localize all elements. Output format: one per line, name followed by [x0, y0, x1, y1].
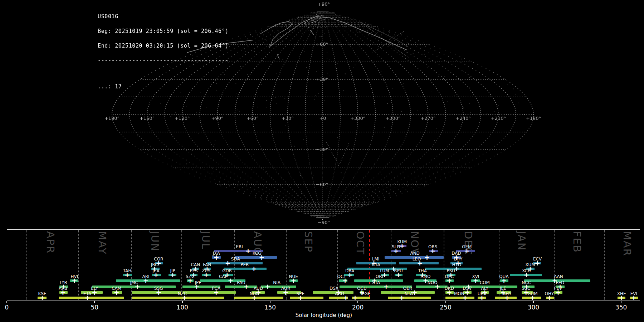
- shower-label-KCG: KCG: [244, 251, 270, 256]
- shower-label-ARD: ARD: [327, 292, 352, 296]
- shower-label-JPE: JPE: [185, 280, 211, 285]
- shower-label-QUA: QUA: [491, 274, 517, 279]
- shower-label-FAN: FAN: [194, 263, 220, 267]
- shower-label-AMO: AMO: [413, 274, 439, 279]
- shower-label-RPU: RPU: [386, 269, 411, 273]
- shower-label-AUD: AUD: [245, 286, 271, 291]
- shower-label-DPC: DPC: [436, 274, 462, 279]
- shower-bar-SPE: [290, 297, 323, 299]
- month-boundary-line: [604, 230, 605, 300]
- x-tick-label: 150: [262, 304, 278, 311]
- shower-label-AUR: AUR: [273, 286, 299, 291]
- shower-label-KSE: KSE: [29, 292, 55, 296]
- shower-label-EGE: EGE: [353, 292, 379, 296]
- shower-label-OER: OER: [395, 286, 421, 291]
- shower-label-SCC: SCC: [513, 286, 539, 291]
- shower-label-NTA: NTA: [396, 292, 421, 296]
- shower-label-OHY: OHY: [536, 292, 562, 296]
- shower-bar-NDA: [234, 297, 283, 299]
- shower-label-PAU: PAU: [228, 280, 254, 285]
- shower-label-NCC: NCC: [513, 280, 539, 285]
- x-tick-mark: [6, 301, 7, 303]
- month-label-may: MAY: [96, 231, 108, 255]
- month-label-mar: MAR: [621, 231, 633, 257]
- shower-label-CAP: CAP: [210, 274, 236, 279]
- shower-label-PCA: PCA: [203, 286, 229, 291]
- shower-label-ORI: ORI: [367, 274, 392, 279]
- shower-label-ETA: ETA: [74, 292, 100, 296]
- shower-label-LMI: LMI: [363, 257, 389, 262]
- shower-label-AND: AND: [402, 251, 428, 256]
- shower-bar-NTA: [388, 297, 431, 299]
- x-tick-label: 200: [350, 304, 366, 311]
- shower-label-EHY: EHY: [445, 257, 471, 262]
- meteor-observation-figure: US001G Beg: 20251019 23:05:59 (sol = 206…: [0, 0, 644, 322]
- separator-line: --------------------------------------: [98, 58, 229, 63]
- shower-label-CAM: CAM: [104, 286, 130, 291]
- month-label-jun: JUN: [149, 231, 161, 252]
- shower-label-XVI: XVI: [463, 274, 488, 279]
- shower-label-JRC: JRC: [142, 263, 167, 267]
- shower-label-DSX: DSX: [321, 286, 347, 291]
- meteor-count: ...: 17: [98, 84, 229, 89]
- month-label-feb: FEB: [571, 231, 583, 253]
- month-label-oct: OCT: [354, 231, 366, 255]
- x-tick-label: 50: [87, 304, 102, 311]
- shower-label-ARI: ARI: [133, 274, 159, 279]
- shower-label-SZC: SZC: [177, 274, 203, 279]
- x-tick-mark: [445, 301, 446, 303]
- shower-label-COM: COM: [472, 280, 498, 285]
- shower-label-EVI: EVI: [621, 292, 644, 296]
- x-tick-mark: [270, 301, 270, 303]
- x-tick-label: 300: [526, 304, 541, 311]
- month-boundary-line: [78, 230, 79, 300]
- month-label-sep: SEP: [302, 231, 314, 253]
- shower-label-TAH: TAH: [114, 269, 140, 273]
- x-tick-label: 350: [613, 304, 629, 311]
- shower-label-MON: MON: [446, 292, 472, 296]
- shower-label-KUM: KUM: [389, 240, 415, 244]
- shower-label-GEM: GEM: [454, 245, 480, 249]
- shower-label-AHY: AHY: [494, 292, 520, 296]
- x-tick-mark: [94, 301, 95, 303]
- shower-label-NUE: NUE: [280, 274, 306, 279]
- end-time: End: 20251020 03:20:15 (sol = 206.64°): [98, 44, 229, 49]
- shower-label-XUM: XUM: [517, 263, 543, 267]
- shower-label-FED: FED: [547, 280, 573, 285]
- observation-header: US001G Beg: 20251019 23:05:59 (sol = 206…: [98, 5, 229, 99]
- x-tick-label: 100: [175, 304, 190, 311]
- shower-label-AAN: AAN: [546, 274, 571, 279]
- shower-bar-MON: [445, 297, 474, 299]
- shower-label-HVI: HVI: [62, 274, 87, 279]
- shower-label-COR: COR: [146, 257, 171, 262]
- shower-label-STA: STA: [363, 280, 389, 285]
- shower-label-FEV: FEV: [545, 286, 571, 291]
- shower-label-ERI: ERI: [226, 245, 252, 249]
- station-id: US001G: [98, 14, 229, 19]
- shower-label-URS: URS: [469, 292, 495, 296]
- shower-label-CTA: CTA: [363, 263, 389, 267]
- shower-label-SDA: SDA: [223, 257, 248, 262]
- month-label-apr: APR: [44, 231, 57, 254]
- shower-label-AVB: AVB: [50, 286, 76, 291]
- shower-label-NIA: NIA: [264, 280, 290, 285]
- shower-label-OCT: OCT: [329, 274, 355, 279]
- shower-label-JMC: JMC: [121, 280, 147, 285]
- shower-label-SPE: SPE: [288, 292, 313, 296]
- shower-label-JLE: JLE: [490, 286, 516, 291]
- x-tick-label: 250: [438, 304, 454, 311]
- shower-bar-ETA: [59, 297, 124, 299]
- shower-label-OCU: OCU: [349, 286, 375, 291]
- shower-label-GDR: GDR: [214, 269, 240, 273]
- shower-label-NOO: NOO: [420, 280, 445, 285]
- shower-label-NDA: NDA: [241, 292, 267, 296]
- shower-label-LEO: LEO: [404, 257, 430, 262]
- shower-label-ORS: ORS: [420, 245, 446, 249]
- shower-label-PER: PER: [232, 263, 258, 267]
- shower-label-PSU: PSU: [438, 269, 464, 273]
- shower-label-THA: THA: [410, 269, 435, 273]
- shower-label-DAD: DAD: [443, 251, 469, 256]
- shower-label-XCB: XCB: [513, 269, 539, 273]
- month-label-jan: JAN: [516, 231, 528, 251]
- x-axis-title: Solar longitude (deg): [259, 312, 388, 318]
